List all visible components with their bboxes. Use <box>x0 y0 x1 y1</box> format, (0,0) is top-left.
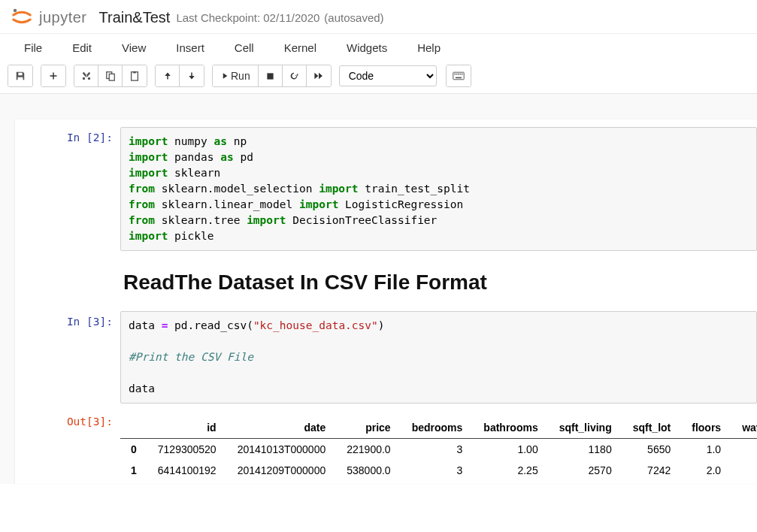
table-header: date <box>227 417 337 439</box>
save-button[interactable] <box>8 65 32 86</box>
markdown-prompt <box>15 258 120 304</box>
table-header: sqft_living <box>549 417 622 439</box>
scissors-icon <box>81 71 92 81</box>
toolbar: Run Code <box>0 62 757 94</box>
svg-rect-11 <box>462 74 463 75</box>
code-editor[interactable]: import numpy as np import pandas as pd i… <box>120 127 757 251</box>
notebook-title[interactable]: Train&Test <box>99 9 171 26</box>
checkpoint-label: Last Checkpoint: 02/11/2020 <box>176 11 319 24</box>
svg-rect-6 <box>453 72 463 80</box>
command-palette-button[interactable] <box>447 65 471 86</box>
output-table: id date price bedrooms bathrooms sqft_li… <box>120 411 757 481</box>
menu-file[interactable]: File <box>9 34 57 62</box>
restart-icon <box>289 71 299 81</box>
table-header: floors <box>681 417 731 439</box>
table-header: id <box>147 417 227 439</box>
add-cell-button[interactable] <box>41 65 65 86</box>
svg-rect-2 <box>109 74 114 80</box>
run-button-label: Run <box>231 70 250 82</box>
paste-button[interactable] <box>123 65 147 86</box>
restart-button[interactable] <box>283 65 307 86</box>
autosaved-label: (autosaved) <box>324 11 383 24</box>
keyboard-icon <box>453 71 465 80</box>
row-index: 1 <box>120 460 147 481</box>
plus-icon <box>49 71 58 80</box>
save-icon <box>15 71 26 81</box>
svg-rect-7 <box>454 74 456 75</box>
row-index: 0 <box>120 439 147 461</box>
code-editor[interactable]: data = pd.read_csv("kc_house_data.csv") … <box>120 311 757 404</box>
restart-run-all-button[interactable] <box>307 65 331 86</box>
notebook-container: In [2]: import numpy as np import pandas… <box>0 94 757 484</box>
table-header: bedrooms <box>401 417 474 439</box>
cell-type-select[interactable]: Code <box>339 65 437 86</box>
copy-icon <box>105 71 116 81</box>
menu-widgets[interactable]: Widgets <box>332 34 402 62</box>
menu-insert[interactable]: Insert <box>161 34 220 62</box>
copy-button[interactable] <box>98 65 123 86</box>
input-prompt: In [2]: <box>15 127 120 251</box>
run-icon <box>220 71 228 80</box>
svg-rect-9 <box>458 74 459 75</box>
svg-point-0 <box>14 9 17 13</box>
arrow-down-icon <box>187 71 196 80</box>
table-header: sqft_lot <box>622 417 682 439</box>
markdown-cell[interactable]: ReadThe Dataset In CSV File Format <box>15 255 757 307</box>
table-row: 1 6414100192 20141209T000000 538000.0 3 … <box>120 460 757 481</box>
move-up-button[interactable] <box>156 65 180 86</box>
svg-rect-8 <box>456 74 457 75</box>
stop-button[interactable] <box>259 65 283 86</box>
svg-rect-12 <box>456 77 462 79</box>
table-header: waterfron <box>731 417 757 439</box>
svg-rect-5 <box>267 73 273 79</box>
markdown-heading: ReadThe Dataset In CSV File Format <box>120 258 757 304</box>
paste-icon <box>129 71 140 81</box>
output-cell: Out[3]: id date price bedrooms bathrooms <box>15 408 757 484</box>
stop-icon <box>266 72 274 80</box>
svg-rect-4 <box>133 71 136 74</box>
menu-kernel[interactable]: Kernel <box>269 34 332 62</box>
menu-cell[interactable]: Cell <box>220 34 269 62</box>
input-prompt: In [3]: <box>15 311 120 404</box>
fast-forward-icon <box>313 71 324 80</box>
code-cell[interactable]: In [2]: import numpy as np import pandas… <box>15 124 757 254</box>
menu-help[interactable]: Help <box>402 34 456 62</box>
table-header: bathrooms <box>473 417 548 439</box>
jupyter-logo[interactable]: jupyter <box>11 6 87 29</box>
menu-edit[interactable]: Edit <box>57 34 107 62</box>
cut-button[interactable] <box>74 65 98 86</box>
table-header <box>120 417 147 439</box>
code-cell[interactable]: In [3]: data = pd.read_csv("kc_house_dat… <box>15 308 757 407</box>
menu-view[interactable]: View <box>107 34 161 62</box>
table-row: 0 7129300520 20141013T000000 221900.0 3 … <box>120 439 757 461</box>
jupyter-logo-text: jupyter <box>39 9 87 26</box>
output-prompt: Out[3]: <box>15 411 120 481</box>
svg-rect-10 <box>459 74 461 75</box>
run-button[interactable]: Run <box>213 65 259 86</box>
arrow-up-icon <box>163 71 172 80</box>
table-header: price <box>336 417 401 439</box>
notebook-header: jupyter Train&Test Last Checkpoint: 02/1… <box>0 0 757 34</box>
dataframe-table: id date price bedrooms bathrooms sqft_li… <box>120 417 757 481</box>
move-down-button[interactable] <box>180 65 204 86</box>
menu-bar: File Edit View Insert Cell Kernel Widget… <box>0 34 757 62</box>
